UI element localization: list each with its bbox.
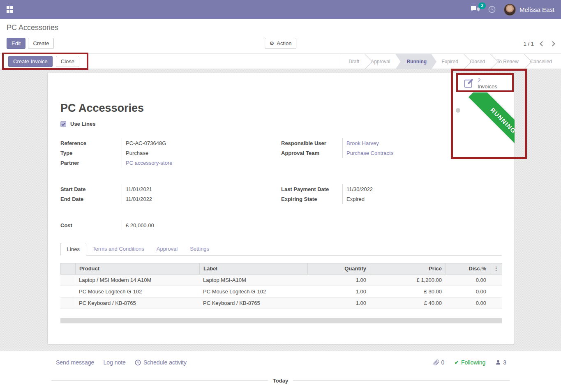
cell-price: £ 40.00 — [370, 297, 446, 309]
field-label-start-date: Start Date — [60, 186, 122, 192]
cell-label: Laptop MSI-A10M — [199, 274, 307, 286]
messages-icon[interactable]: 2 — [471, 6, 480, 13]
notebook-tabs: Lines Terms and Conditions Approval Sett… — [60, 243, 502, 256]
table-header-price[interactable]: Price — [370, 263, 446, 274]
table-row[interactable]: PC Keyboard / KB-8765 PC Keyboard / KB-8… — [60, 297, 502, 309]
avatar[interactable] — [504, 4, 516, 16]
table-header-disc[interactable]: Disc.% — [446, 263, 490, 274]
following-button[interactable]: ✔ Following — [454, 359, 485, 366]
cell-product: Laptop / MSI Modern 14 A10M — [75, 274, 199, 286]
field-label-end-date: End Date — [60, 196, 122, 202]
top-navbar: 2 Melissa East — [0, 0, 561, 19]
use-lines-label: Use Lines — [70, 121, 95, 127]
attachments-count: 0 — [441, 359, 445, 366]
messages-badge: 2 — [478, 2, 486, 9]
chatter: Send message Log note Schedule activity … — [0, 351, 561, 392]
clock-icon — [135, 360, 141, 366]
person-icon — [495, 360, 501, 365]
followers-button[interactable]: 3 — [495, 359, 506, 366]
invoices-smart-button[interactable]: 2 Invoices — [457, 74, 513, 92]
field-label-expiring-state: Expiring State — [281, 196, 342, 202]
table-header-label[interactable]: Label — [200, 263, 308, 274]
stage-pipeline: Draft Approval Running Expired Closed To… — [341, 54, 561, 69]
tab-approval[interactable]: Approval — [150, 243, 184, 255]
schedule-activity-label: Schedule activity — [143, 359, 187, 366]
close-button[interactable]: Close — [56, 56, 79, 67]
cell-disc: 0.00 — [446, 274, 490, 286]
cell-options — [490, 297, 502, 309]
send-message-button[interactable]: Send message — [56, 359, 94, 366]
row-handle — [60, 286, 75, 297]
use-lines-checkbox[interactable] — [60, 121, 66, 127]
apps-menu-icon[interactable] — [7, 6, 13, 13]
invoice-label: Invoices — [478, 83, 497, 90]
activities-clock-icon[interactable] — [488, 6, 496, 13]
cell-price: £ 1,200.00 — [370, 274, 446, 286]
form-sheet: 2 Invoices RUNNING PC Accessories Use Li… — [47, 73, 514, 344]
page-title: PC Accessories — [60, 102, 144, 115]
column-options-icon[interactable]: ⋮ — [490, 263, 502, 274]
field-value-reference: PC-AC-073648G — [126, 140, 166, 146]
field-value-end-date: 11/01/2022 — [126, 196, 152, 202]
ribbon-container: RUNNING — [463, 92, 515, 149]
invoice-count: 2 — [478, 77, 497, 83]
record-dot — [456, 108, 460, 113]
row-handle — [60, 297, 75, 309]
responsible-user-link[interactable]: Brook Harvey — [346, 140, 379, 146]
schedule-activity-button[interactable]: Schedule activity — [135, 359, 187, 366]
row-handle — [60, 274, 75, 286]
approval-team-link[interactable]: Purchase Contracts — [346, 150, 393, 156]
field-value-cost: £ 20,000.00 — [126, 222, 154, 228]
today-label: Today — [273, 378, 288, 384]
create-button[interactable]: Create — [28, 38, 54, 49]
cell-quantity: 1.00 — [307, 297, 370, 309]
cell-options — [490, 286, 502, 297]
app-window: 2 Melissa East PC Accessories Edit Creat… — [0, 0, 561, 392]
action-button[interactable]: ⚙ Action — [265, 38, 297, 49]
cell-price: £ 30.00 — [370, 286, 446, 297]
table-header-quantity[interactable]: Quantity — [308, 263, 370, 274]
horizontal-scrollbar[interactable] — [60, 318, 502, 323]
table-header-product[interactable]: Product — [76, 263, 200, 274]
pager-previous-icon[interactable] — [540, 41, 545, 46]
table-header-row: Product Label Quantity Price Disc.% ⋮ — [60, 263, 502, 274]
tab-lines[interactable]: Lines — [60, 243, 86, 256]
log-note-label: Log note — [103, 359, 126, 366]
table-row[interactable]: PC Mouse Logitech G-102 PC Mouse Logitec… — [60, 286, 502, 297]
cell-disc: 0.00 — [446, 297, 490, 309]
paperclip-icon — [433, 360, 439, 366]
cell-label: PC Keyboard / KB-8765 — [199, 297, 307, 309]
user-name: Melissa East — [519, 6, 554, 13]
pager-next-icon[interactable] — [550, 41, 555, 46]
cell-quantity: 1.00 — [307, 286, 370, 297]
action-label: Action — [277, 40, 291, 46]
running-ribbon: RUNNING — [469, 92, 515, 149]
tab-terms-and-conditions[interactable]: Terms and Conditions — [86, 243, 150, 255]
tab-settings[interactable]: Settings — [184, 243, 215, 255]
stage-running[interactable]: Running — [395, 54, 437, 69]
pager-value: 1 / 1 — [524, 41, 534, 47]
field-label-responsible-user: Responsible User — [281, 140, 342, 146]
following-label: Following — [461, 359, 485, 366]
attachments-button[interactable]: 0 — [433, 359, 445, 366]
field-label-partner: Partner — [60, 160, 122, 166]
field-label-approval-team: Approval Team — [281, 150, 342, 156]
cell-disc: 0.00 — [446, 286, 490, 297]
log-note-button[interactable]: Log note — [103, 359, 126, 366]
field-label-reference: Reference — [60, 140, 122, 146]
create-invoice-button[interactable]: Create Invoice — [8, 56, 53, 67]
table-row[interactable]: Laptop / MSI Modern 14 A10M Laptop MSI-A… — [60, 274, 502, 286]
field-value-expiring-state: Expired — [346, 196, 365, 202]
send-message-label: Send message — [56, 359, 94, 366]
edit-button[interactable]: Edit — [7, 38, 25, 49]
field-value-start-date: 11/01/2021 — [126, 186, 152, 192]
status-bar: Create Invoice Close Draft Approval Runn… — [0, 53, 561, 69]
partner-link[interactable]: PC accessory-store — [126, 160, 172, 166]
table-header-handle — [61, 263, 76, 274]
user-menu[interactable]: Melissa East — [504, 4, 554, 16]
cell-product: PC Keyboard / KB-8765 — [75, 297, 199, 309]
gear-icon: ⚙ — [270, 40, 275, 46]
field-label-type: Type — [60, 150, 122, 156]
field-value-type: Purchase — [126, 150, 148, 156]
edit-note-icon — [464, 78, 474, 88]
